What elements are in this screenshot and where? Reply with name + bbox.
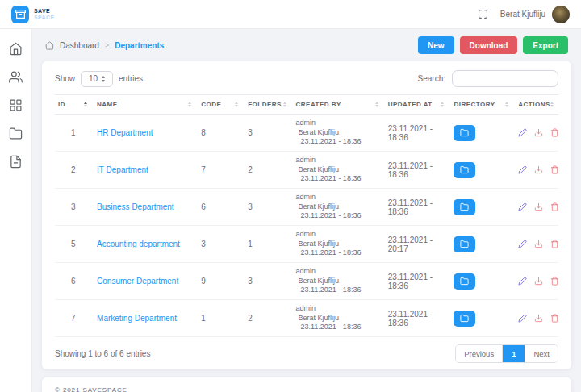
entries-select-value: 10 [89,74,98,83]
delete-icon[interactable] [550,128,559,137]
directory-button[interactable] [454,236,475,252]
department-link[interactable]: IT Department [97,165,148,174]
new-button[interactable]: New [418,36,454,54]
cell-code: 1 [198,300,245,337]
user-menu[interactable]: Berat Kjufliju [500,6,570,23]
cell-name: Consumer Department [94,263,198,300]
cell-code: 6 [198,189,245,226]
export-button[interactable]: Export [523,36,568,54]
fullscreen-icon[interactable] [478,9,488,19]
edit-icon[interactable] [518,240,527,248]
breadcrumb-dashboard[interactable]: Dashboard [60,41,99,50]
delete-icon[interactable] [550,277,559,286]
table-header-row: ID NAME CODE FOLDERS CREATED BY UPDATED … [55,95,558,115]
directory-button[interactable] [454,199,475,215]
cell-actions [515,226,558,263]
pagination-previous[interactable]: Previous [456,345,503,362]
column-header-name[interactable]: NAME [94,95,198,115]
sidebar-item-documents[interactable] [7,152,25,170]
cell-id: 7 [55,300,94,337]
pagination-next[interactable]: Next [525,345,558,362]
edit-icon[interactable] [518,277,527,286]
directory-button[interactable] [454,125,475,141]
sort-icon [505,102,508,107]
sidebar-item-users[interactable] [7,68,25,85]
cell-code: 3 [198,226,245,263]
department-link[interactable]: Marketing Department [97,314,177,323]
sort-icon [235,102,238,107]
sidebar-item-home[interactable] [7,40,25,57]
delete-icon[interactable] [550,202,559,211]
cell-id: 2 [55,152,94,189]
directory-button[interactable] [454,162,475,178]
department-link[interactable]: Consumer Department [97,277,178,286]
cell-folders: 3 [245,263,292,300]
sidebar-item-folders[interactable] [7,124,25,142]
logo-archive-icon [11,6,29,23]
edit-icon[interactable] [518,165,527,174]
delete-icon[interactable] [550,240,559,248]
cell-directory [450,226,515,263]
directory-button[interactable] [454,273,475,290]
download-icon[interactable] [534,240,543,248]
avatar[interactable] [552,6,570,23]
sort-icon [375,102,378,107]
grid-icon [9,98,23,112]
cell-id: 3 [55,189,94,226]
cell-actions [515,115,558,152]
download-icon[interactable] [534,128,543,137]
sidebar-item-apps[interactable] [7,96,25,114]
sort-icon [283,102,286,107]
folder-icon [460,202,469,211]
created-by-user: admin [296,193,382,202]
breadcrumb-home-icon[interactable] [45,41,54,50]
edit-icon[interactable] [518,314,527,323]
cell-folders: 1 [245,226,292,263]
department-link[interactable]: Business Department [97,202,174,211]
breadcrumb: Dashboard > Departments New Download Exp… [40,31,573,59]
delete-icon[interactable] [550,314,559,323]
created-by-name: Berat Kjufliju [296,128,382,138]
cell-actions [515,152,558,189]
created-by-user: admin [296,304,382,314]
pagination-page-1[interactable]: 1 [503,345,525,362]
sort-icon [188,102,191,107]
edit-icon[interactable] [518,128,527,137]
directory-button[interactable] [454,311,475,327]
show-label: Show [55,74,75,83]
created-by-date: 23.11.2021 - 18:36 [296,248,382,258]
document-icon [9,155,23,169]
column-header-folders[interactable]: FOLDERS [245,95,292,115]
download-button[interactable]: Download [460,36,518,54]
department-link[interactable]: Accounting department [97,240,180,248]
column-header-id[interactable]: ID [55,95,94,115]
sidebar [0,29,32,392]
delete-icon[interactable] [550,165,559,174]
cell-updated-at: 23.11.2021 - 18:36 [385,263,451,300]
column-header-actions[interactable]: ACTIONS [515,95,558,115]
download-icon[interactable] [534,165,543,174]
edit-icon[interactable] [518,202,527,211]
download-icon[interactable] [534,277,543,286]
search-input[interactable] [452,70,558,87]
created-by-name: Berat Kjufliju [296,277,382,286]
cell-created-by: admin Berat Kjufliju 23.11.2021 - 18:36 [293,115,385,152]
departments-card: Show 10 entries Search: ID NAME [42,61,571,369]
cell-directory [450,115,515,152]
column-header-code[interactable]: CODE [198,95,245,115]
download-icon[interactable] [534,314,543,323]
column-header-updated-at[interactable]: UPDATED AT [385,95,451,115]
entries-label: entries [119,74,143,83]
download-icon[interactable] [534,202,543,211]
department-link[interactable]: HR Department [97,128,153,137]
folder-icon [460,240,469,248]
entries-select[interactable]: 10 [81,71,113,87]
sort-icon [550,102,554,107]
sort-icon [441,102,444,107]
column-header-directory[interactable]: DIRECTORY [450,95,515,115]
column-header-created-by[interactable]: CREATED BY [293,95,385,115]
cell-name: Accounting department [94,226,198,263]
app-logo[interactable]: SAVE SPACE [11,6,55,23]
cell-updated-at: 23.11.2021 - 18:36 [385,300,451,337]
created-by-name: Berat Kjufliju [296,314,382,323]
